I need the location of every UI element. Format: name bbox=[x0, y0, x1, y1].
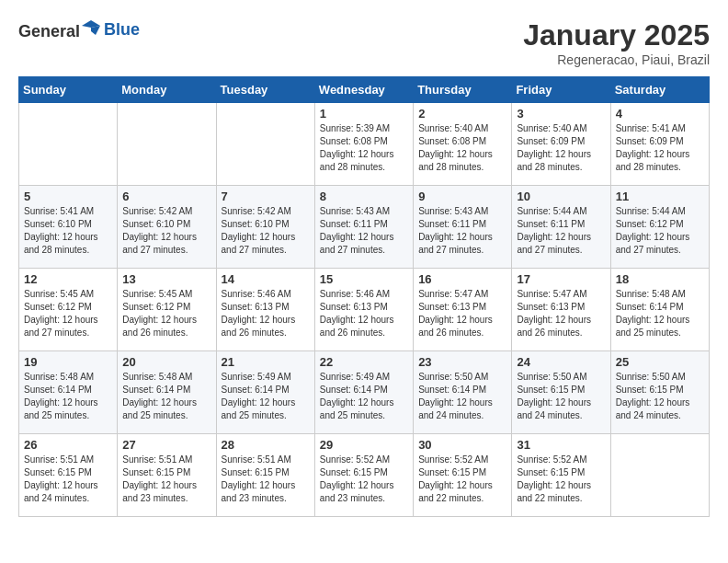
day-number: 15 bbox=[320, 272, 408, 286]
day-info: Sunrise: 5:50 AM Sunset: 6:14 PM Dayligh… bbox=[418, 371, 506, 422]
day-info: Sunrise: 5:49 AM Sunset: 6:14 PM Dayligh… bbox=[222, 371, 310, 422]
day-info: Sunrise: 5:51 AM Sunset: 6:15 PM Dayligh… bbox=[122, 454, 210, 505]
table-row: 15Sunrise: 5:46 AM Sunset: 6:13 PM Dayli… bbox=[314, 269, 413, 351]
day-info: Sunrise: 5:51 AM Sunset: 6:15 PM Dayligh… bbox=[24, 454, 112, 505]
table-row: 21Sunrise: 5:49 AM Sunset: 6:14 PM Dayli… bbox=[216, 351, 314, 434]
table-row: 1Sunrise: 5:39 AM Sunset: 6:08 PM Daylig… bbox=[314, 103, 413, 186]
logo-blue: Blue bbox=[104, 20, 140, 39]
table-row: 16Sunrise: 5:47 AM Sunset: 6:13 PM Dayli… bbox=[414, 269, 512, 351]
day-number: 6 bbox=[122, 190, 210, 203]
table-row: 10Sunrise: 5:44 AM Sunset: 6:11 PM Dayli… bbox=[512, 186, 610, 269]
day-number: 20 bbox=[122, 355, 210, 369]
table-row: 25Sunrise: 5:50 AM Sunset: 6:15 PM Dayli… bbox=[610, 351, 709, 434]
day-info: Sunrise: 5:50 AM Sunset: 6:15 PM Dayligh… bbox=[616, 371, 704, 422]
page-header: General Blue January 2025 Regeneracao, P… bbox=[18, 18, 710, 67]
table-row: 2Sunrise: 5:40 AM Sunset: 6:08 PM Daylig… bbox=[414, 103, 512, 186]
day-info: Sunrise: 5:52 AM Sunset: 6:15 PM Dayligh… bbox=[517, 454, 605, 505]
day-info: Sunrise: 5:40 AM Sunset: 6:09 PM Dayligh… bbox=[517, 122, 605, 174]
day-number: 27 bbox=[122, 438, 210, 452]
day-info: Sunrise: 5:43 AM Sunset: 6:11 PM Dayligh… bbox=[418, 205, 506, 257]
col-saturday: Saturday bbox=[610, 77, 709, 103]
day-info: Sunrise: 5:39 AM Sunset: 6:08 PM Dayligh… bbox=[320, 122, 408, 174]
day-number: 9 bbox=[418, 190, 506, 203]
table-row: 20Sunrise: 5:48 AM Sunset: 6:14 PM Dayli… bbox=[118, 351, 216, 434]
day-number: 3 bbox=[517, 107, 605, 121]
logo-general: General bbox=[18, 22, 80, 40]
day-info: Sunrise: 5:42 AM Sunset: 6:10 PM Dayligh… bbox=[222, 205, 310, 257]
logo: General Blue bbox=[18, 18, 140, 41]
calendar-week-row: 1Sunrise: 5:39 AM Sunset: 6:08 PM Daylig… bbox=[19, 103, 710, 186]
day-number: 13 bbox=[122, 272, 210, 286]
day-info: Sunrise: 5:47 AM Sunset: 6:13 PM Dayligh… bbox=[418, 288, 506, 339]
table-row: 29Sunrise: 5:52 AM Sunset: 6:15 PM Dayli… bbox=[314, 434, 413, 517]
table-row bbox=[118, 103, 216, 186]
day-number: 8 bbox=[320, 190, 408, 203]
table-row: 30Sunrise: 5:52 AM Sunset: 6:15 PM Dayli… bbox=[414, 434, 512, 517]
day-info: Sunrise: 5:48 AM Sunset: 6:14 PM Dayligh… bbox=[122, 371, 210, 422]
day-info: Sunrise: 5:44 AM Sunset: 6:12 PM Dayligh… bbox=[616, 205, 704, 257]
table-row: 7Sunrise: 5:42 AM Sunset: 6:10 PM Daylig… bbox=[216, 186, 314, 269]
day-info: Sunrise: 5:42 AM Sunset: 6:10 PM Dayligh… bbox=[122, 205, 210, 257]
table-row: 17Sunrise: 5:47 AM Sunset: 6:13 PM Dayli… bbox=[512, 269, 610, 351]
month-year-title: January 2025 bbox=[523, 18, 710, 52]
day-number: 26 bbox=[24, 438, 112, 452]
day-number: 2 bbox=[418, 107, 506, 121]
table-row: 9Sunrise: 5:43 AM Sunset: 6:11 PM Daylig… bbox=[414, 186, 512, 269]
day-number: 10 bbox=[517, 190, 605, 203]
day-number: 29 bbox=[320, 438, 408, 452]
day-info: Sunrise: 5:48 AM Sunset: 6:14 PM Dayligh… bbox=[24, 371, 112, 422]
day-info: Sunrise: 5:43 AM Sunset: 6:11 PM Dayligh… bbox=[320, 205, 408, 257]
day-info: Sunrise: 5:44 AM Sunset: 6:11 PM Dayligh… bbox=[517, 205, 605, 257]
day-number: 24 bbox=[517, 355, 605, 369]
col-tuesday: Tuesday bbox=[216, 77, 314, 103]
day-info: Sunrise: 5:50 AM Sunset: 6:15 PM Dayligh… bbox=[517, 371, 605, 422]
day-info: Sunrise: 5:46 AM Sunset: 6:13 PM Dayligh… bbox=[222, 288, 310, 339]
table-row: 14Sunrise: 5:46 AM Sunset: 6:13 PM Dayli… bbox=[216, 269, 314, 351]
day-number: 5 bbox=[24, 190, 112, 203]
day-number: 23 bbox=[418, 355, 506, 369]
calendar-table: Sunday Monday Tuesday Wednesday Thursday… bbox=[18, 76, 710, 517]
table-row: 4Sunrise: 5:41 AM Sunset: 6:09 PM Daylig… bbox=[610, 103, 709, 186]
day-info: Sunrise: 5:45 AM Sunset: 6:12 PM Dayligh… bbox=[24, 288, 112, 339]
table-row: 13Sunrise: 5:45 AM Sunset: 6:12 PM Dayli… bbox=[118, 269, 216, 351]
day-number: 19 bbox=[24, 355, 112, 369]
table-row: 26Sunrise: 5:51 AM Sunset: 6:15 PM Dayli… bbox=[19, 434, 118, 517]
table-row: 19Sunrise: 5:48 AM Sunset: 6:14 PM Dayli… bbox=[19, 351, 118, 434]
table-row: 22Sunrise: 5:49 AM Sunset: 6:14 PM Dayli… bbox=[314, 351, 413, 434]
day-info: Sunrise: 5:40 AM Sunset: 6:08 PM Dayligh… bbox=[418, 122, 506, 174]
table-row: 24Sunrise: 5:50 AM Sunset: 6:15 PM Dayli… bbox=[512, 351, 610, 434]
table-row: 31Sunrise: 5:52 AM Sunset: 6:15 PM Dayli… bbox=[512, 434, 610, 517]
day-number: 14 bbox=[222, 272, 310, 286]
day-number: 21 bbox=[222, 355, 310, 369]
table-row: 27Sunrise: 5:51 AM Sunset: 6:15 PM Dayli… bbox=[118, 434, 216, 517]
table-row: 6Sunrise: 5:42 AM Sunset: 6:10 PM Daylig… bbox=[118, 186, 216, 269]
day-info: Sunrise: 5:51 AM Sunset: 6:15 PM Dayligh… bbox=[222, 454, 310, 505]
day-number: 17 bbox=[517, 272, 605, 286]
day-number: 4 bbox=[616, 107, 704, 121]
table-row: 5Sunrise: 5:41 AM Sunset: 6:10 PM Daylig… bbox=[19, 186, 118, 269]
day-info: Sunrise: 5:46 AM Sunset: 6:13 PM Dayligh… bbox=[320, 288, 408, 339]
day-number: 30 bbox=[418, 438, 506, 452]
day-info: Sunrise: 5:48 AM Sunset: 6:14 PM Dayligh… bbox=[616, 288, 704, 339]
logo-bird-icon bbox=[82, 18, 100, 37]
table-row bbox=[610, 434, 709, 517]
col-wednesday: Wednesday bbox=[314, 77, 413, 103]
day-number: 12 bbox=[24, 272, 112, 286]
day-info: Sunrise: 5:49 AM Sunset: 6:14 PM Dayligh… bbox=[320, 371, 408, 422]
table-row: 11Sunrise: 5:44 AM Sunset: 6:12 PM Dayli… bbox=[610, 186, 709, 269]
table-row: 23Sunrise: 5:50 AM Sunset: 6:14 PM Dayli… bbox=[414, 351, 512, 434]
day-number: 31 bbox=[517, 438, 605, 452]
day-info: Sunrise: 5:52 AM Sunset: 6:15 PM Dayligh… bbox=[418, 454, 506, 505]
day-number: 11 bbox=[616, 190, 704, 203]
calendar-week-row: 26Sunrise: 5:51 AM Sunset: 6:15 PM Dayli… bbox=[19, 434, 710, 517]
day-number: 28 bbox=[222, 438, 310, 452]
day-info: Sunrise: 5:47 AM Sunset: 6:13 PM Dayligh… bbox=[517, 288, 605, 339]
col-thursday: Thursday bbox=[414, 77, 512, 103]
location-subtitle: Regeneracao, Piaui, Brazil bbox=[523, 52, 710, 67]
day-info: Sunrise: 5:41 AM Sunset: 6:10 PM Dayligh… bbox=[24, 205, 112, 257]
table-row bbox=[216, 103, 314, 186]
day-info: Sunrise: 5:45 AM Sunset: 6:12 PM Dayligh… bbox=[122, 288, 210, 339]
table-row: 12Sunrise: 5:45 AM Sunset: 6:12 PM Dayli… bbox=[19, 269, 118, 351]
table-row: 3Sunrise: 5:40 AM Sunset: 6:09 PM Daylig… bbox=[512, 103, 610, 186]
table-row: 8Sunrise: 5:43 AM Sunset: 6:11 PM Daylig… bbox=[314, 186, 413, 269]
